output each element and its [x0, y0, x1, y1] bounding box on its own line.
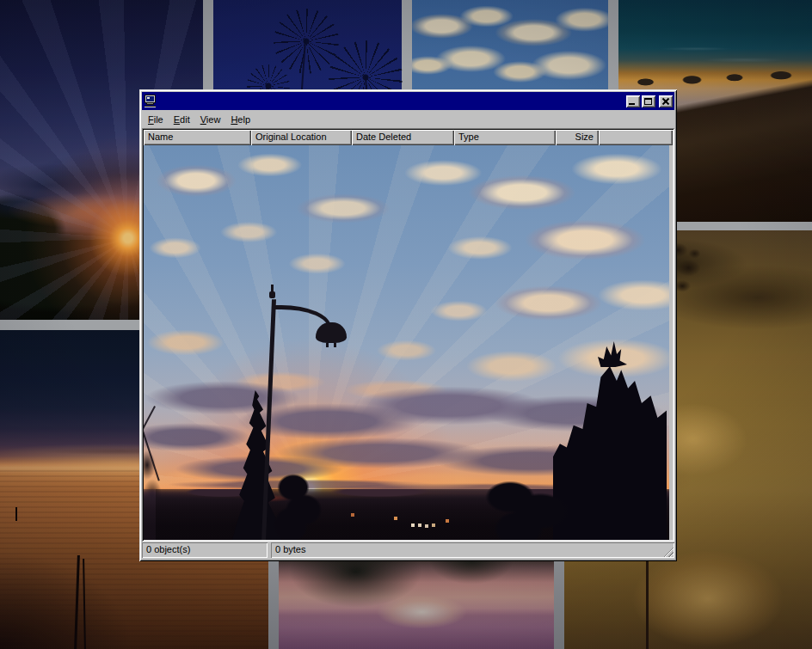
status-bytes-text: 0 bytes [275, 544, 305, 554]
file-list-view[interactable]: Name Original Location Date Deleted Type… [142, 128, 674, 542]
close-button[interactable] [659, 95, 673, 107]
column-header-blank[interactable] [599, 130, 673, 145]
sunset-lamp-photo [144, 145, 669, 540]
right-bushes-silhouette [484, 468, 570, 540]
maximize-button[interactable] [642, 95, 655, 107]
computer-icon[interactable] [144, 95, 157, 107]
menu-help[interactable]: Help [225, 113, 255, 126]
status-objects: 0 object(s) [142, 542, 268, 558]
street-lamp-finial-tip [271, 285, 274, 292]
status-bytes: 0 bytes [271, 542, 674, 558]
minimize-button[interactable] [626, 95, 640, 107]
resize-grip[interactable] [662, 546, 674, 557]
desktop: { "window": { "title": "", "menu": ["Fil… [0, 0, 812, 649]
window-controls [626, 95, 673, 107]
city-lights [411, 523, 415, 527]
column-header-original-location[interactable]: Original Location [251, 130, 352, 145]
column-header-type[interactable]: Type [454, 130, 556, 145]
menu-edit[interactable]: Edit [169, 113, 195, 126]
street-lamp-finial [269, 291, 275, 298]
menu-view[interactable]: View [195, 113, 226, 126]
maximize-icon [644, 98, 652, 105]
column-header-name[interactable]: Name [144, 130, 251, 145]
minimize-icon [629, 103, 635, 105]
menu-bar: File Edit View Help [142, 110, 674, 128]
seed-head-silhouette [274, 9, 339, 74]
wooden-post-silhouette [15, 507, 17, 521]
pole-silhouette [646, 557, 649, 649]
street-lamp-dangle [326, 343, 329, 347]
column-header-date-deleted[interactable]: Date Deleted [352, 130, 454, 145]
street-lamp-head [316, 322, 347, 343]
status-bar: 0 object(s) 0 bytes [142, 542, 674, 559]
column-header-size[interactable]: Size [556, 130, 599, 145]
menu-file[interactable]: File [143, 113, 169, 126]
column-header-row: Name Original Location Date Deleted Type… [144, 130, 673, 145]
bush-silhouette [273, 465, 324, 540]
title-bar[interactable] [142, 92, 674, 110]
recycle-bin-window: File Edit View Help Name Original Locati… [139, 89, 677, 561]
